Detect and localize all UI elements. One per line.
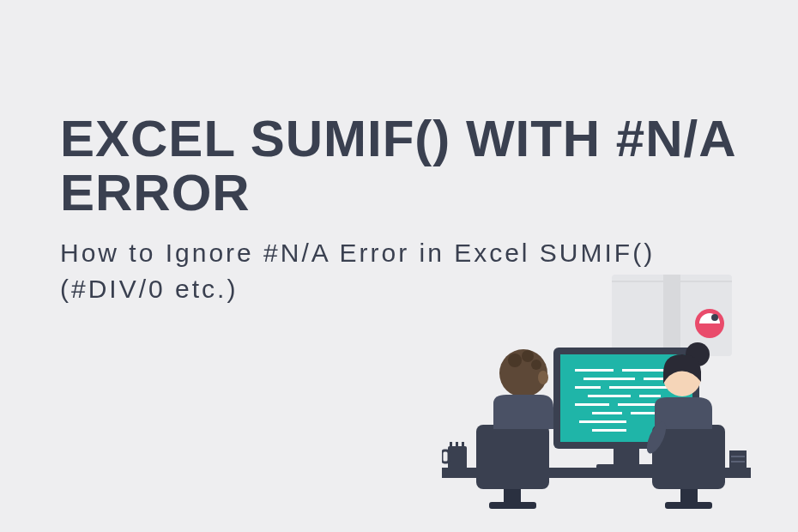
svg-rect-2 xyxy=(663,275,680,356)
svg-point-35 xyxy=(522,350,534,362)
svg-rect-27 xyxy=(579,420,626,423)
svg-rect-21 xyxy=(588,395,631,397)
svg-rect-5 xyxy=(442,450,449,462)
svg-rect-6 xyxy=(450,442,452,447)
svg-rect-43 xyxy=(729,450,747,470)
people-at-computer-illustration xyxy=(442,270,751,511)
svg-rect-17 xyxy=(583,378,635,380)
svg-rect-8 xyxy=(462,442,464,447)
svg-rect-20 xyxy=(609,386,669,389)
svg-rect-44 xyxy=(731,456,745,457)
svg-rect-23 xyxy=(575,403,609,406)
svg-rect-19 xyxy=(575,386,601,389)
svg-rect-39 xyxy=(665,502,712,509)
svg-rect-24 xyxy=(618,403,661,406)
svg-rect-16 xyxy=(622,369,669,372)
svg-rect-15 xyxy=(575,369,614,372)
svg-rect-28 xyxy=(592,429,626,432)
svg-point-34 xyxy=(508,354,522,367)
svg-rect-13 xyxy=(614,449,639,464)
svg-rect-4 xyxy=(448,446,467,470)
page-title: EXCEL SUMIF() WITH #N/A ERROR xyxy=(60,112,738,220)
svg-rect-29 xyxy=(476,425,549,489)
svg-point-10 xyxy=(711,314,718,321)
svg-rect-7 xyxy=(456,442,458,447)
svg-rect-31 xyxy=(489,502,536,509)
svg-rect-25 xyxy=(592,412,622,414)
svg-point-36 xyxy=(531,360,541,370)
svg-rect-22 xyxy=(639,395,661,397)
svg-point-33 xyxy=(538,371,548,384)
svg-rect-14 xyxy=(596,464,656,471)
svg-rect-45 xyxy=(731,461,745,462)
